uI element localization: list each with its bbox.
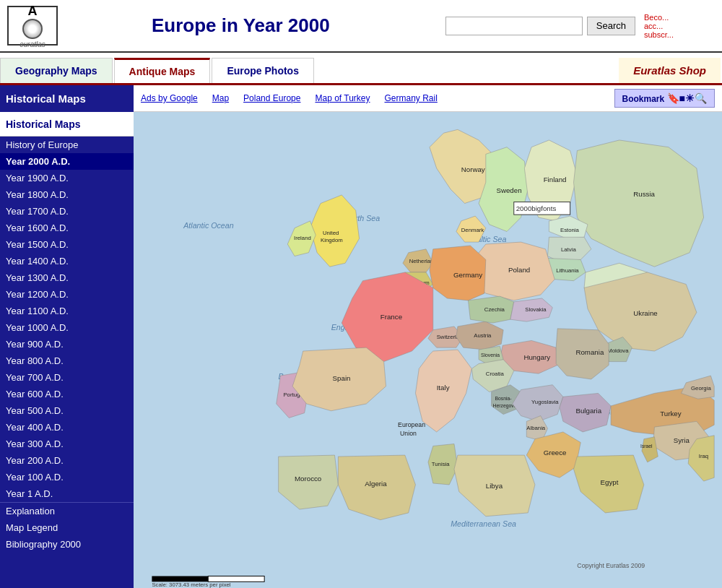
croatia-label: Croatia <box>486 371 505 377</box>
sidebar-item-year-1700[interactable]: Year 1700 A.D. <box>0 203 134 220</box>
tab-shop[interactable]: Euratlas Shop <box>619 58 721 83</box>
sidebar-item-year-700[interactable]: Year 700 A.D. <box>0 369 134 386</box>
yugoslavia-label: Yugoslavia <box>531 399 559 405</box>
sidebar-item-year-1100[interactable]: Year 1100 A.D. <box>0 303 134 319</box>
sidebar-item-bibliography-2000[interactable]: Bibliography 2000 <box>0 536 134 553</box>
tab-geography[interactable]: Geography Maps <box>0 58 113 83</box>
italy-label: Italy <box>437 384 450 392</box>
sidebar-item-year-400[interactable]: Year 400 A.D. <box>0 419 134 436</box>
sidebar-item-year-800[interactable]: Year 800 A.D. <box>0 353 134 369</box>
atlantic-ocean-label: Atlantic Ocean <box>183 221 234 230</box>
slovakia-label: Slovakia <box>525 306 547 313</box>
map-container[interactable]: Atlantic Ocean North Sea Baltic Sea Bay … <box>134 112 722 588</box>
sidebar-item-year-1900[interactable]: Year 1900 A.D. <box>0 170 134 186</box>
europe-map-svg: Atlantic Ocean North Sea Baltic Sea Bay … <box>134 112 722 588</box>
romania-label: Romania <box>575 348 604 356</box>
austria-label: Austria <box>474 332 492 339</box>
sidebar-item-year-1300[interactable]: Year 1300 A.D. <box>0 269 134 286</box>
bosnia-label: Bosnia- <box>495 396 511 401</box>
sidebar-item-year-1400[interactable]: Year 1400 A.D. <box>0 253 134 269</box>
bookmark-label: Bookmark <box>622 94 665 104</box>
israel-label: Israel <box>640 444 653 449</box>
lithuania-label: Lithuania <box>556 267 579 274</box>
sidebar-item-year-200[interactable]: Year 200 A.D. <box>0 452 134 469</box>
sidebar-item-year-1600[interactable]: Year 1600 A.D. <box>0 220 134 236</box>
logo-emblem <box>22 19 43 39</box>
poland-label: Poland <box>508 266 530 274</box>
sidebar-item-year-1000[interactable]: Year 1000 A.D. <box>0 319 134 336</box>
sidebar-item-year-1[interactable]: Year 1 A.D. <box>0 485 134 502</box>
egypt-label: Egypt <box>601 478 619 486</box>
logo-text: euratlas <box>19 40 45 48</box>
albania-label: Albania <box>526 425 546 431</box>
scale-bar-dark <box>152 576 208 582</box>
sidebar-item-year-300[interactable]: Year 300 A.D. <box>0 436 134 452</box>
tab-antique[interactable]: Antique Maps <box>114 58 211 83</box>
sidebar-item-year-1500[interactable]: Year 1500 A.D. <box>0 236 134 253</box>
logo-letter-a: A <box>19 4 45 19</box>
page-title: Europe in Year 2000 <box>137 14 445 37</box>
logo-box: A euratlas <box>7 6 58 46</box>
iraq-label: Iraq <box>699 453 708 459</box>
bookmark-icon: 🔖■☀🔍 <box>667 92 707 104</box>
main-layout: Historical Maps Historical Maps History … <box>0 85 722 588</box>
sidebar-item-year-900[interactable]: Year 900 A.D. <box>0 336 134 353</box>
uk-label2: Kingdom <box>321 237 343 243</box>
sidebar-item-year-1200[interactable]: Year 1200 A.D. <box>0 286 134 303</box>
ads-link-map-of-turkey[interactable]: Map of Turkey <box>315 93 370 103</box>
sidebar: Historical Maps Historical Maps History … <box>0 85 134 588</box>
search-area: Search <box>445 17 635 35</box>
estonia-label: Estonia <box>560 227 580 233</box>
ads-link-poland-europe[interactable]: Poland Europe <box>243 93 300 103</box>
bookmark-button[interactable]: Bookmark 🔖■☀🔍 <box>614 89 716 108</box>
sidebar-inner-header: Historical Maps <box>0 113 134 137</box>
header: A euratlas Europe in Year 2000 Search Be… <box>0 0 722 53</box>
algeria-label: Algeria <box>365 480 387 488</box>
scale-bar-light <box>208 576 264 582</box>
ads-bar: Ads by Google Map Poland Europe Map of T… <box>134 85 722 112</box>
sidebar-item-history-of-europe[interactable]: History of Europe <box>0 137 134 153</box>
search-button[interactable]: Search <box>587 17 635 35</box>
uk-label: United <box>323 230 339 236</box>
denmark-label: Denmark <box>461 227 484 233</box>
sidebar-item-year-1800[interactable]: Year 1800 A.D. <box>0 186 134 203</box>
copyright-text: Copyright Euratlas 2009 <box>577 562 645 569</box>
nav-tabs: Geography Maps Antique Maps Europe Photo… <box>0 53 722 85</box>
bulgaria-label: Bulgaria <box>575 407 601 415</box>
sidebar-item-explanation[interactable]: Explanation <box>0 503 134 519</box>
hungary-label: Hungary <box>523 353 550 361</box>
sidebar-item-map-legend[interactable]: Map Legend <box>0 519 134 536</box>
georgia-label: Georgia <box>691 385 711 392</box>
logo-area: A euratlas <box>7 6 137 46</box>
turkey-label: Turkey <box>660 410 681 418</box>
ireland-label: Ireland <box>294 235 311 241</box>
norway-label: Norway <box>461 165 485 173</box>
ukraine-label: Ukraine <box>633 309 658 317</box>
top-right-promo: Beco...acc...subscr... <box>635 13 715 39</box>
mediterranean-sea-label: Mediterranean Sea <box>451 519 516 528</box>
moldova-label: Moldova <box>607 347 629 354</box>
search-input[interactable] <box>445 17 583 35</box>
finland-label: Finland <box>544 176 567 183</box>
czechia-label: Czechia <box>484 306 505 313</box>
spain-label: Spain <box>333 374 351 382</box>
sidebar-item-year-2000[interactable]: Year 2000 A.D. <box>0 153 134 170</box>
latvia-label: Latvia <box>561 246 576 253</box>
sidebar-item-year-500[interactable]: Year 500 A.D. <box>0 402 134 419</box>
ads-by-google-link[interactable]: Ads by Google <box>141 93 198 103</box>
greece-label: Greece <box>544 449 567 457</box>
eu-label2: Union <box>400 430 417 437</box>
ads-link-germany-rail[interactable]: Germany Rail <box>385 93 438 103</box>
tab-photos[interactable]: Europe Photos <box>212 58 314 83</box>
bigfonts-label: 2000bigfonts <box>516 204 557 212</box>
content-area: Ads by Google Map Poland Europe Map of T… <box>134 85 722 588</box>
libya-label: Libya <box>486 482 503 490</box>
sidebar-header: Historical Maps <box>0 85 134 113</box>
tunisia-label: Tunisia <box>432 461 450 467</box>
ads-link-map[interactable]: Map <box>212 93 229 103</box>
scale-text: Scale: 3073.43 meters per pixel <box>152 581 230 588</box>
sidebar-item-year-100[interactable]: Year 100 A.D. <box>0 469 134 485</box>
sweden-label: Sweden <box>496 186 521 194</box>
sidebar-item-year-600[interactable]: Year 600 A.D. <box>0 386 134 402</box>
syria-label: Syria <box>674 436 690 444</box>
